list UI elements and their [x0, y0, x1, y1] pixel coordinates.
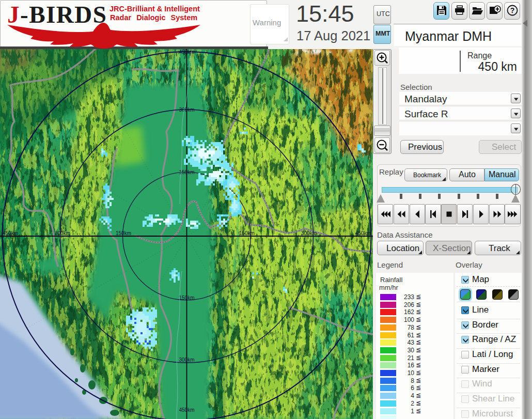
svg-text:300km: 300km: [55, 230, 70, 236]
svg-text:?: ?: [510, 6, 515, 14]
svg-text:450km: 450km: [179, 407, 194, 413]
svg-text:300km: 300km: [179, 107, 194, 113]
svg-text:150km: 150km: [239, 230, 255, 236]
svg-text:150km: 150km: [116, 230, 131, 236]
svg-text:300km: 300km: [301, 230, 317, 236]
svg-text:150km: 150km: [179, 295, 194, 301]
svg-text:300km: 300km: [179, 357, 194, 363]
svg-text:450km: 450km: [355, 230, 371, 236]
svg-text:450km: 450km: [3, 230, 18, 236]
